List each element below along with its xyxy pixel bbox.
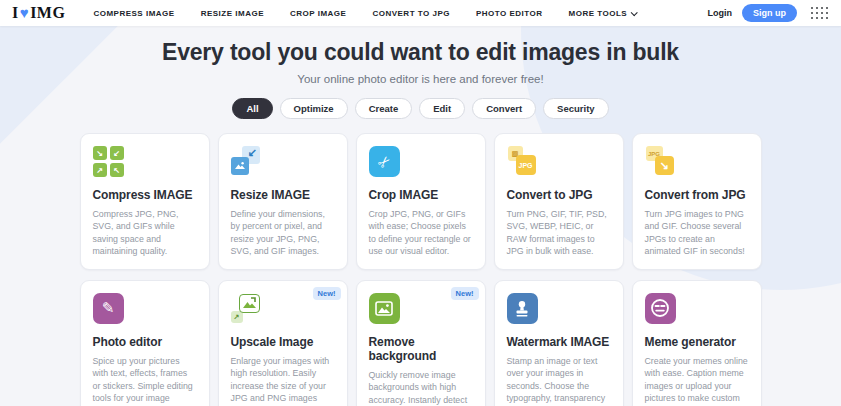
card-description: Quickly remove image backgrounds with hi…	[369, 369, 473, 406]
filter-pill-convert[interactable]: Convert	[472, 98, 536, 119]
tool-card-meme-generator[interactable]: Meme generator Create your memes online …	[632, 280, 762, 406]
login-link[interactable]: Login	[708, 8, 733, 18]
convert-to-jpg-icon: ▨ JPG	[507, 146, 611, 178]
nav-item[interactable]: MORE TOOLS	[569, 9, 637, 18]
header-actions: Login Sign up	[708, 4, 830, 22]
resize-icon: ↙	[231, 146, 335, 178]
card-description: Define your dimensions, by percent or pi…	[231, 208, 335, 258]
tools-grid: ↘↙↗↖ Compress IMAGE Compress JPG, PNG, S…	[80, 133, 762, 406]
nav-label: CROP IMAGE	[290, 9, 346, 18]
card-title: Resize IMAGE	[231, 188, 335, 202]
card-title: Upscale Image	[231, 335, 335, 349]
nav-item[interactable]: PHOTO EDITOR	[476, 9, 543, 18]
card-title: Remove background	[369, 335, 473, 363]
watermark-stamp-icon	[507, 293, 611, 325]
filter-pill-optimize[interactable]: Optimize	[280, 98, 348, 119]
logo-text: I	[12, 4, 19, 22]
main-nav: COMPRESS IMAGERESIZE IMAGECROP IMAGECONV…	[93, 9, 636, 18]
filter-pill-all[interactable]: All	[232, 98, 272, 119]
nav-label: PHOTO EDITOR	[476, 9, 543, 18]
card-description: Turn JPG images to PNG and GIF. Choose s…	[645, 208, 749, 258]
crop-scissors-icon: ✂	[369, 146, 473, 178]
upscale-icon: ↗	[231, 293, 335, 325]
hero-section: Every tool you could want to edit images…	[0, 26, 841, 85]
page-subtitle: Your online photo editor is here and for…	[0, 73, 841, 85]
nav-label: COMPRESS IMAGE	[93, 9, 174, 18]
card-title: Convert to JPG	[507, 188, 611, 202]
convert-from-jpg-icon: JPG ↘	[645, 146, 749, 178]
nav-item[interactable]: CROP IMAGE	[290, 9, 346, 18]
heart-icon: ♥	[20, 5, 29, 22]
card-description: Enlarge your images with high resolution…	[231, 355, 335, 406]
card-description: Spice up your pictures with text, effect…	[93, 355, 197, 406]
filter-pill-edit[interactable]: Edit	[419, 98, 465, 119]
iloveimg-logo[interactable]: I♥IMG	[12, 4, 65, 22]
nav-item[interactable]: CONVERT TO JPG	[372, 9, 450, 18]
nav-item[interactable]: RESIZE IMAGE	[201, 9, 264, 18]
meme-face-icon	[645, 293, 749, 325]
top-navbar: I♥IMG COMPRESS IMAGERESIZE IMAGECROP IMA…	[0, 0, 841, 26]
card-description: Turn PNG, GIF, TIF, PSD, SVG, WEBP, HEIC…	[507, 208, 611, 258]
nav-label: CONVERT TO JPG	[372, 9, 450, 18]
card-title: Convert from JPG	[645, 188, 749, 202]
tool-card-watermark-image[interactable]: Watermark IMAGE Stamp an image or text o…	[494, 280, 624, 406]
compress-icon: ↘↙↗↖	[93, 146, 197, 178]
card-title: Crop IMAGE	[369, 188, 473, 202]
tool-card-convert-to-jpg[interactable]: ▨ JPG Convert to JPG Turn PNG, GIF, TIF,…	[494, 133, 624, 270]
signup-button[interactable]: Sign up	[742, 4, 797, 22]
tool-card-upscale-image[interactable]: New! ↗ Upscale Image Enlarge your images…	[218, 280, 348, 406]
remove-background-icon	[369, 293, 473, 325]
card-title: Photo editor	[93, 335, 197, 349]
card-title: Watermark IMAGE	[507, 335, 611, 349]
card-description: Compress JPG, PNG, SVG, and GIFs while s…	[93, 208, 197, 258]
apps-grid-icon[interactable]	[811, 7, 829, 20]
tool-card-resize-image[interactable]: ↙ Resize IMAGE Define your dimensions, b…	[218, 133, 348, 270]
card-description: Create your memes online with ease. Capt…	[645, 355, 749, 406]
category-filter-bar: AllOptimizeCreateEditConvertSecurity	[0, 98, 841, 119]
tool-card-crop-image[interactable]: ✂ Crop IMAGE Crop JPG, PNG, or GIFs with…	[356, 133, 486, 270]
chevron-down-icon	[631, 9, 638, 16]
tool-card-remove-background[interactable]: New! Remove background Quickly remove im…	[356, 280, 486, 406]
nav-item[interactable]: COMPRESS IMAGE	[93, 9, 174, 18]
tool-card-photo-editor[interactable]: ✎ Photo editor Spice up your pictures wi…	[80, 280, 210, 406]
filter-pill-create[interactable]: Create	[355, 98, 413, 119]
page-title: Every tool you could want to edit images…	[0, 39, 841, 66]
card-description: Crop JPG, PNG, or GIFs with ease; Choose…	[369, 208, 473, 258]
tool-card-convert-from-jpg[interactable]: JPG ↘ Convert from JPG Turn JPG images t…	[632, 133, 762, 270]
card-title: Meme generator	[645, 335, 749, 349]
nav-label: RESIZE IMAGE	[201, 9, 264, 18]
card-title: Compress IMAGE	[93, 188, 197, 202]
card-description: Stamp an image or text over your images …	[507, 355, 611, 406]
pencil-icon: ✎	[93, 293, 197, 325]
logo-text: IMG	[30, 4, 65, 22]
filter-pill-security[interactable]: Security	[543, 98, 609, 119]
nav-label: MORE TOOLS	[569, 9, 628, 18]
tool-card-compress-image[interactable]: ↘↙↗↖ Compress IMAGE Compress JPG, PNG, S…	[80, 133, 210, 270]
